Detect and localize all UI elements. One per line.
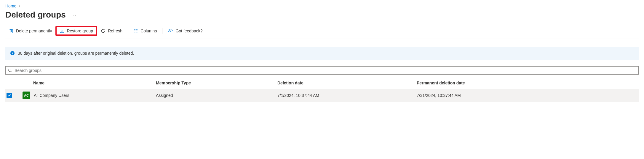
- col-deletion-date[interactable]: Deletion date: [275, 80, 414, 86]
- search-icon: [8, 68, 12, 73]
- toolbar-separator: [162, 28, 162, 34]
- group-name[interactable]: All Company Users: [34, 93, 69, 98]
- trash-icon: [9, 29, 14, 33]
- table-row[interactable]: AC All Company Users Assigned 7/1/2024, …: [5, 89, 639, 102]
- search-groups-field[interactable]: [5, 66, 639, 75]
- col-membership-type[interactable]: Membership Type: [154, 80, 275, 86]
- svg-point-3: [12, 52, 13, 53]
- col-name[interactable]: Name: [20, 80, 154, 86]
- columns-label: Columns: [140, 29, 157, 33]
- page-title: Deleted groups: [5, 10, 66, 20]
- more-actions-button[interactable]: ⋯: [71, 12, 77, 18]
- col-permanent-deletion-date[interactable]: Permanent deletion date: [414, 80, 639, 86]
- cell-deletion-date: 7/1/2024, 10:37:44 AM: [275, 92, 414, 98]
- cell-membership-type: Assigned: [154, 92, 275, 98]
- download-icon: [60, 29, 64, 33]
- refresh-icon: [101, 29, 106, 33]
- delete-permanently-button[interactable]: Delete permanently: [5, 27, 55, 34]
- svg-rect-2: [12, 53, 13, 54]
- breadcrumb-home-link[interactable]: Home: [5, 4, 16, 8]
- columns-button[interactable]: Columns: [130, 27, 160, 34]
- search-input[interactable]: [14, 68, 636, 73]
- svg-point-4: [9, 69, 11, 72]
- info-message: 30 days after original deletion, groups …: [18, 51, 134, 56]
- groups-table: Name Membership Type Deletion date Perma…: [5, 77, 639, 102]
- toolbar-separator: [128, 28, 128, 34]
- restore-group-button[interactable]: Restore group: [58, 28, 94, 34]
- columns-icon: [133, 29, 138, 33]
- refresh-button[interactable]: Refresh: [97, 27, 126, 34]
- row-checkbox[interactable]: [7, 93, 12, 98]
- breadcrumb: Home: [5, 4, 639, 8]
- restore-group-highlight: Restore group: [55, 26, 97, 36]
- delete-permanently-label: Delete permanently: [16, 29, 52, 33]
- table-header-row: Name Membership Type Deletion date Perma…: [5, 77, 639, 89]
- cell-permanent-deletion-date: 7/31/2024, 10:37:44 AM: [414, 92, 639, 98]
- svg-point-0: [169, 29, 170, 31]
- feedback-label: Got feedback?: [175, 29, 202, 33]
- group-avatar: AC: [23, 92, 30, 99]
- feedback-button[interactable]: Got feedback?: [164, 27, 206, 34]
- restore-group-label: Restore group: [67, 29, 93, 33]
- info-bar: 30 days after original deletion, groups …: [5, 47, 639, 60]
- refresh-label: Refresh: [108, 29, 122, 33]
- command-bar: Delete permanently Restore group Refresh…: [5, 24, 639, 39]
- chevron-right-icon: [18, 4, 21, 8]
- info-icon: [10, 51, 15, 56]
- feedback-icon: [168, 29, 173, 33]
